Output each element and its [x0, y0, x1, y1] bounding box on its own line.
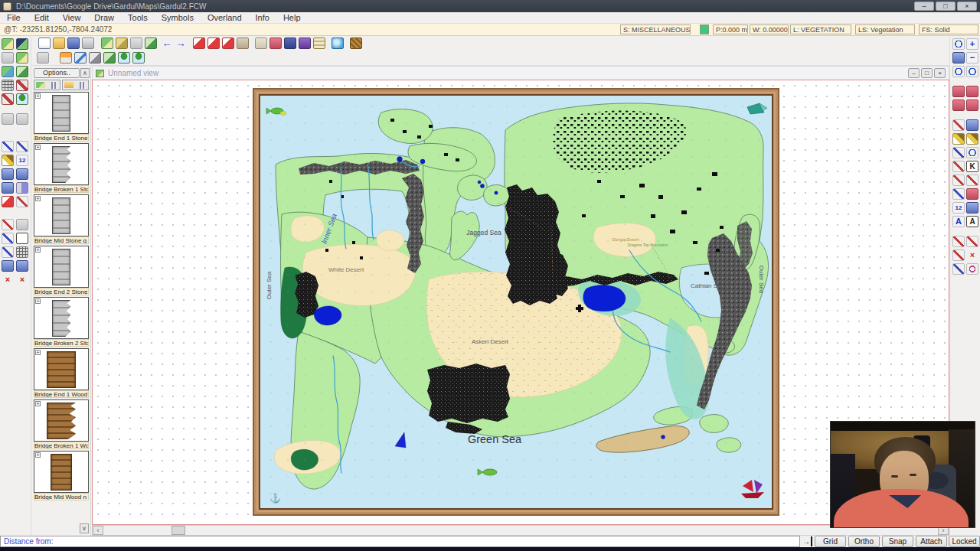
- previous-view-icon[interactable]: ←: [161, 37, 173, 49]
- menu-symbols[interactable]: Symbols: [155, 12, 201, 23]
- zoom-percent-icon[interactable]: [2, 52, 14, 64]
- symbol-thumbnail[interactable]: +: [34, 194, 89, 236]
- texture-fill-icon[interactable]: [350, 37, 362, 49]
- menu-help[interactable]: Help: [276, 12, 308, 23]
- zoom-out-icon[interactable]: −: [966, 52, 978, 64]
- expand-icon[interactable]: +: [35, 401, 41, 406]
- map-night-icon[interactable]: [16, 38, 28, 50]
- expand-icon[interactable]: +: [35, 247, 41, 253]
- symbol-manager-icon[interactable]: [37, 52, 49, 64]
- catalog-open-button[interactable]: [62, 80, 89, 90]
- symbol-thumbnail[interactable]: +: [34, 297, 89, 339]
- frame-tool-icon[interactable]: [16, 233, 28, 244]
- cross-tool-icon[interactable]: ×: [966, 249, 978, 261]
- spline-tool-icon[interactable]: [952, 174, 965, 186]
- node-edit-icon[interactable]: [952, 188, 965, 200]
- sheets-icon[interactable]: [313, 37, 325, 49]
- symbol-item[interactable]: + Bridge Broken 1 Wo: [34, 399, 89, 450]
- measure-tool-icon[interactable]: [2, 219, 14, 230]
- forest-tool-icon[interactable]: [16, 93, 28, 105]
- color-style-icon[interactable]: [270, 37, 282, 49]
- refresh-view-icon[interactable]: [952, 66, 965, 77]
- layer-status-field[interactable]: L: VEGETATION: [790, 24, 851, 34]
- hourglass-icon[interactable]: [2, 113, 14, 125]
- symbol-item[interactable]: + Bridge End 1 Stone: [34, 92, 89, 142]
- folder-a-icon[interactable]: [2, 260, 14, 272]
- pencil-tool-icon[interactable]: [2, 155, 14, 166]
- symbol-style-icon[interactable]: [299, 37, 311, 49]
- zoom-in-icon[interactable]: +: [966, 38, 978, 50]
- map-overview-icon[interactable]: [2, 38, 14, 50]
- symbol-thumbnail[interactable]: +: [34, 348, 89, 390]
- cylinder-tool-icon[interactable]: [2, 182, 14, 194]
- menu-file[interactable]: File: [0, 12, 28, 23]
- catalog-scroll-up[interactable]: ∧: [80, 68, 90, 78]
- menu-overland[interactable]: Overland: [201, 12, 249, 23]
- line-tool-icon[interactable]: [952, 119, 965, 131]
- expand-icon[interactable]: +: [35, 196, 41, 201]
- segment-b-icon[interactable]: [952, 249, 965, 261]
- ring-tool-icon[interactable]: [966, 263, 978, 275]
- restore-button[interactable]: □: [936, 2, 956, 11]
- ortho-toggle-button[interactable]: Ortho: [848, 536, 880, 547]
- catalog-scroll-down[interactable]: ∨: [80, 523, 89, 533]
- attach-toggle-button[interactable]: Attach: [916, 536, 947, 547]
- grid-settings-icon[interactable]: [2, 80, 14, 91]
- close-button[interactable]: ×: [957, 2, 977, 11]
- map-drawing[interactable]: ⚓ Jagged Sea White Desert Askeri Desert …: [253, 88, 779, 516]
- symbol-item[interactable]: + Bridge Broken 1 Sto: [34, 143, 89, 194]
- segment-a-icon[interactable]: [952, 236, 965, 247]
- menu-tools[interactable]: Tools: [121, 12, 155, 23]
- fractal-path-icon[interactable]: [952, 161, 965, 172]
- mountain-tool-icon[interactable]: [89, 52, 101, 64]
- segment-c-icon[interactable]: [966, 236, 978, 247]
- menu-edit[interactable]: Edit: [28, 12, 56, 23]
- copy-to-icon[interactable]: [966, 86, 978, 97]
- symbol-thumbnail[interactable]: +: [34, 451, 89, 493]
- cursor-to-end-icon[interactable]: →: [802, 536, 812, 546]
- sort-tool-icon[interactable]: [16, 219, 28, 230]
- scroll-thumb[interactable]: [172, 526, 185, 535]
- view-minimize-button[interactable]: –: [908, 68, 920, 78]
- pen-status-field[interactable]: P:0.000 mm: [713, 24, 748, 34]
- map-terrain-icon[interactable]: [2, 66, 14, 77]
- delete-x-icon[interactable]: ×: [16, 274, 28, 285]
- fillstyle-status-field[interactable]: FS: Solid: [919, 24, 978, 34]
- minimize-button[interactable]: –: [914, 2, 934, 11]
- open-drawing-icon[interactable]: [53, 37, 65, 49]
- angle-tool-icon[interactable]: [952, 263, 965, 275]
- count-tool-icon[interactable]: 12: [16, 155, 28, 166]
- locked-toggle-button[interactable]: Locked: [949, 536, 980, 547]
- export-icon[interactable]: [145, 37, 157, 49]
- snap-toggle-button[interactable]: Snap: [882, 536, 913, 547]
- river-tool-icon[interactable]: [74, 52, 87, 64]
- vegetation-tool-icon[interactable]: [118, 52, 130, 64]
- structure-tool-icon[interactable]: [2, 93, 14, 105]
- import-icon[interactable]: [130, 37, 142, 49]
- dimension-tool-icon[interactable]: [16, 196, 28, 207]
- copy-tool-icon[interactable]: [2, 168, 14, 180]
- grid-toggle-button[interactable]: Grid: [815, 536, 846, 547]
- folder-b-icon[interactable]: [16, 260, 28, 272]
- zoom-extents-icon[interactable]: [952, 52, 965, 64]
- view-restore-button[interactable]: □: [921, 68, 933, 78]
- sketch-tool-icon[interactable]: [952, 133, 965, 145]
- symbol-item[interactable]: + Bridge End 2 Stone: [34, 246, 89, 296]
- expand-icon[interactable]: +: [35, 145, 41, 150]
- new-drawing-icon[interactable]: [38, 37, 51, 49]
- new-map-icon[interactable]: [101, 37, 113, 49]
- undo-icon[interactable]: [2, 141, 14, 152]
- open-map-icon[interactable]: [116, 37, 128, 49]
- canvas-hscrollbar[interactable]: ‹ ›: [92, 525, 949, 536]
- zoom-window-icon[interactable]: [952, 38, 965, 50]
- explode-tool-icon[interactable]: [966, 174, 978, 186]
- paste-sheet-icon[interactable]: [952, 99, 965, 111]
- menu-view[interactable]: View: [56, 12, 88, 23]
- fill-poly-icon[interactable]: [966, 133, 978, 145]
- pen-style-icon[interactable]: [284, 37, 296, 49]
- map-green-icon[interactable]: [16, 66, 28, 77]
- symbol-item[interactable]: + Bridge Broken 2 Sto: [34, 297, 89, 347]
- symbol-item[interactable]: + Bridge Mid Wood n: [34, 451, 89, 501]
- shape-tool-icon[interactable]: [966, 188, 978, 200]
- box-tool-icon[interactable]: [966, 119, 978, 131]
